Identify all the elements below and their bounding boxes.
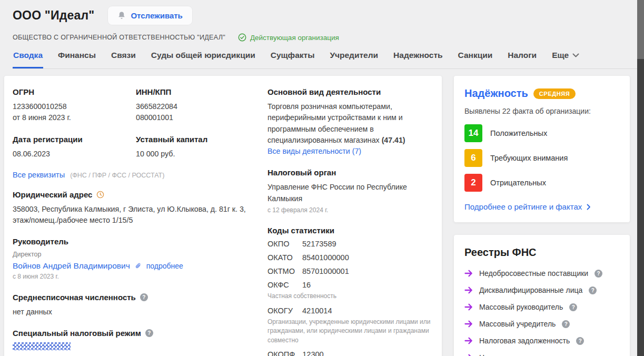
- arrow-right-icon: [464, 354, 473, 356]
- code-name: ОКТМО: [267, 267, 295, 275]
- registry-item-label: Массовый руководитель: [479, 303, 563, 311]
- stat-codes-label: Коды статистики: [267, 226, 431, 235]
- registry-item-tax-debt[interactable]: Налоговая задолженность: [464, 337, 619, 345]
- headcount-field: Среднесписочная численность нет данных: [13, 293, 254, 318]
- tab-uchrediteli[interactable]: Учредители: [329, 51, 379, 68]
- registry-item-unfair-suppliers[interactable]: Недобросовестные поставщики: [464, 269, 619, 278]
- arrow-right-icon: [464, 320, 473, 328]
- legal-address-value: 358003, Республика Калмыкия, г Элиста, у…: [13, 204, 254, 226]
- ogrn-value: 1233600010258: [13, 101, 136, 112]
- headcount-label: Среднесписочная численность: [13, 293, 136, 302]
- reliability-card: Надёжность СРЕДНЯЯ Выявлены 22 факта об …: [454, 76, 630, 222]
- stat-code-row: ОКПО 52173589: [267, 240, 431, 248]
- arrow-right-icon: [464, 270, 473, 277]
- help-icon[interactable]: [145, 329, 153, 337]
- head-more-link[interactable]: подробнее: [146, 262, 183, 270]
- stat-code-row: ОКОГУ 4210014: [267, 306, 431, 315]
- ogrn-date: от 8 июня 2023 г.: [13, 112, 136, 123]
- headcount-value: нет данных: [13, 306, 254, 318]
- fns-registries-title: Реестры ФНС: [464, 246, 619, 259]
- chevron-down-icon: [572, 53, 579, 58]
- status-badge: Действующая организация: [238, 33, 339, 42]
- registry-item-disqualified-persons[interactable]: Дисквалифицированные лица: [464, 286, 619, 294]
- status-label: Действующая организация: [250, 34, 339, 42]
- help-icon[interactable]: [595, 270, 602, 278]
- main-activity-field: Основной вид деятельности Торговля розни…: [267, 87, 431, 157]
- tab-nadezhnost[interactable]: Надежность: [393, 51, 443, 68]
- ogrn-label: ОГРН: [13, 87, 136, 96]
- tax-authority-name: Управление ФНС России по Республике Калм…: [267, 182, 431, 204]
- clock-icon[interactable]: [96, 191, 104, 199]
- fact-row-negative: 2 Отрицательных: [464, 174, 619, 192]
- inn-kpp-field: ИНН/КПП 3665822084 080001001: [136, 87, 254, 124]
- tab-nalogi[interactable]: Налоги: [507, 51, 537, 68]
- code-name: ОКОПФ: [267, 350, 295, 356]
- company-profile-page: ООО "Идеал" Отслеживать ОБЩЕСТВО С ОГРАН…: [0, 0, 644, 356]
- scrollbar-thumb[interactable]: [637, 0, 644, 59]
- help-icon[interactable]: [562, 320, 570, 328]
- code-value: 12300: [302, 350, 323, 356]
- code-name: ОКПО: [267, 240, 295, 248]
- tab-suschfakty[interactable]: Сущфакты: [270, 51, 315, 68]
- head-since: с 8 июня 2023 г.: [13, 272, 254, 281]
- tab-svodka[interactable]: Сводка: [13, 51, 43, 68]
- capital-field: Уставный капитал 10 000 руб.: [136, 135, 254, 160]
- kpp-value: 080001001: [136, 112, 254, 123]
- tab-bar: Сводка Финансы Связи Суды общей юрисдикц…: [13, 51, 638, 69]
- registry-item-unreliable-director[interactable]: Недостоверность руководителя: [464, 353, 619, 356]
- reg-date-field: Дата регистрации 08.06.2023: [13, 135, 136, 160]
- attention-label: Требующих внимания: [490, 154, 568, 162]
- code-name: ОКФС: [267, 281, 295, 289]
- stat-codes-field: Коды статистики ОКПО 52173589 ОКАТО 8540…: [267, 226, 431, 356]
- tab-more-label: Еще: [552, 51, 569, 60]
- main-activity-label: Основной вид деятельности: [267, 87, 431, 96]
- tax-authority-since: с 12 февраля 2024 г.: [267, 206, 431, 215]
- capital-value: 10 000 руб.: [136, 149, 254, 160]
- code-name: ОКОГУ: [267, 306, 295, 315]
- code-value: 52173589: [302, 240, 336, 248]
- arrow-right-icon: [464, 337, 473, 344]
- code-name: ОКАТО: [267, 253, 295, 262]
- help-icon[interactable]: [569, 303, 577, 311]
- help-icon[interactable]: [589, 286, 597, 294]
- track-button[interactable]: Отслеживать: [108, 6, 192, 25]
- sidebar: Надёжность СРЕДНЯЯ Выявлены 22 факта об …: [454, 76, 630, 356]
- tax-regime-label: Специальный налоговый режим: [13, 329, 141, 338]
- tax-authority-field: Налоговый орган Управление ФНС России по…: [267, 168, 431, 215]
- summary-card: ОГРН 1233600010258 от 8 июня 2023 г. ИНН…: [4, 76, 442, 356]
- registry-item-mass-founder[interactable]: Массовый учредитель: [464, 320, 619, 328]
- page-scrollbar[interactable]: [637, 0, 644, 356]
- registry-item-label: Массовый учредитель: [479, 320, 556, 328]
- tab-sudy[interactable]: Суды общей юрисдикции: [151, 51, 256, 68]
- arrow-right-icon: [464, 303, 473, 311]
- help-icon[interactable]: [140, 293, 148, 301]
- fact-row-attention: 6 Требующих внимания: [464, 149, 619, 167]
- help-icon[interactable]: [576, 337, 584, 345]
- tab-sankcii[interactable]: Санкции: [458, 51, 493, 68]
- summary-left-column: ОГРН 1233600010258 от 8 июня 2023 г. ИНН…: [13, 87, 254, 356]
- page-header: ООО "Идеал" Отслеживать ОБЩЕСТВО С ОГРАН…: [0, 0, 644, 69]
- inn-kpp-label: ИНН/КПП: [136, 87, 254, 96]
- positive-count-badge: 14: [464, 124, 482, 142]
- registry-item-mass-director[interactable]: Массовый руководитель: [464, 303, 619, 311]
- registry-item-label: Недобросовестные поставщики: [479, 269, 588, 278]
- registry-item-label: Дисквалифицированные лица: [479, 286, 582, 294]
- summary-middle-column: Основной вид деятельности Торговля розни…: [267, 87, 431, 356]
- tab-more[interactable]: Еще: [551, 51, 580, 68]
- head-name-link[interactable]: Войнов Андрей Владимирович: [13, 261, 130, 271]
- attention-count-badge: 6: [464, 149, 482, 167]
- stat-code-row: ОКОПФ 12300: [267, 350, 431, 356]
- arrow-right-icon: [464, 286, 473, 294]
- all-requisites-link[interactable]: Все реквизиты: [13, 171, 65, 179]
- all-activities-link[interactable]: Все виды деятельности (7): [267, 147, 361, 155]
- rating-details-link[interactable]: Подробнее о рейтинге и фактах: [464, 202, 591, 211]
- negative-label: Отрицательных: [490, 179, 546, 187]
- registry-item-label: Налоговая задолженность: [479, 337, 570, 345]
- tab-svyazi[interactable]: Связи: [111, 51, 136, 68]
- head-field: Руководитель Директор Войнов Андрей Влад…: [13, 237, 254, 281]
- redacted-value-block: [13, 342, 71, 350]
- stat-code-row: ОКФС 16: [267, 281, 431, 289]
- positive-label: Положительных: [490, 129, 547, 137]
- code-value: 16: [302, 281, 311, 289]
- tab-finansy[interactable]: Финансы: [57, 51, 96, 68]
